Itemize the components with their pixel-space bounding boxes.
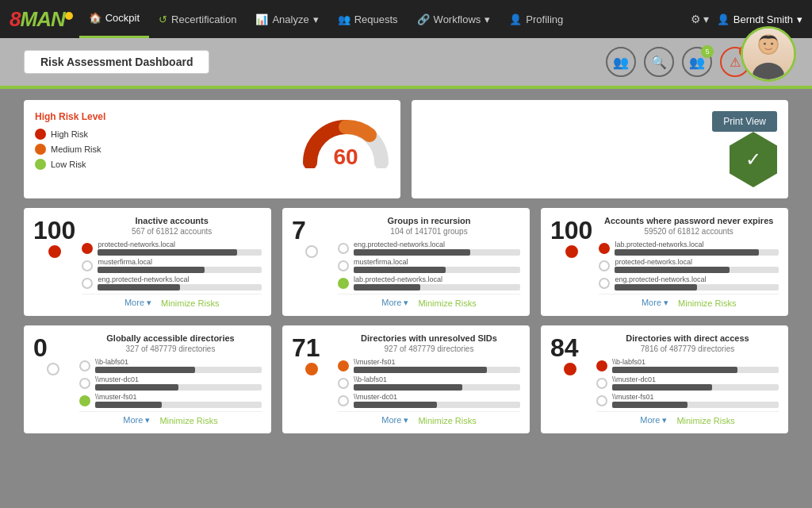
stat-row: \\muster-fs01 xyxy=(596,393,779,408)
stat-footer: More ▾ Minimize Risks xyxy=(599,294,779,308)
stat-details: Inactive accounts 567 of 61812 accounts … xyxy=(82,216,262,308)
stat-label: protected-networks.local xyxy=(615,258,779,266)
nav-profiling[interactable]: 👤 Profiling xyxy=(500,0,573,38)
search-icon: 🔍 xyxy=(651,55,667,70)
stat-bar-wrap xyxy=(615,284,779,291)
nav-requests[interactable]: 👥 Requests xyxy=(328,0,408,38)
svg-point-4 xyxy=(771,43,773,45)
stat-bar-wrap xyxy=(95,367,262,373)
stat-bar-wrap xyxy=(354,384,520,391)
stat-bar xyxy=(95,402,162,408)
minimize-link[interactable]: Minimize Risks xyxy=(418,298,476,308)
users-icon-btn[interactable]: 👥 xyxy=(606,47,636,77)
nav-cockpit[interactable]: 🏠 Cockpit xyxy=(79,0,149,38)
row-circle-2 xyxy=(82,278,93,289)
stat-row: eng.protected-networks.local xyxy=(82,275,262,291)
stat-details: Directories with direct access 7816 of 4… xyxy=(596,333,779,425)
minimize-link[interactable]: Minimize Risks xyxy=(676,416,734,425)
stat-bar xyxy=(95,367,195,373)
stat-circle-1 xyxy=(305,363,318,375)
nav-workflows[interactable]: 🔗 Workflows ▾ xyxy=(408,0,500,38)
stat-subtitle: 927 of 487779 directories xyxy=(338,344,520,353)
row-circle-2 xyxy=(338,278,349,289)
stat-bar-col: \\b-labfs01 xyxy=(612,358,779,373)
stat-details: Directories with unresolved SIDs 927 of … xyxy=(338,333,520,425)
stat-circle-1 xyxy=(47,363,59,375)
stat-bar-wrap xyxy=(98,284,262,291)
alert-icon: ⚠ xyxy=(730,55,741,70)
stat-bar xyxy=(615,284,696,291)
stat-row: lab.protected-networks.local xyxy=(599,241,779,256)
more-link[interactable]: More ▾ xyxy=(123,415,150,425)
stat-row: \\muster-dc01 xyxy=(596,375,779,391)
group-icon-btn[interactable]: 👥 5 xyxy=(682,47,712,77)
stat-bar-wrap xyxy=(98,267,262,273)
stat-row: musterfirma.local xyxy=(338,258,520,273)
stat-bar-col: \\muster-dc01 xyxy=(95,375,262,391)
stat-bar-wrap xyxy=(95,384,262,391)
stat-bar-wrap xyxy=(354,284,520,291)
stat-bar-col: \\muster-fs01 xyxy=(612,393,779,408)
stat-title: Groups in recursion xyxy=(338,216,520,225)
user-menu[interactable]: 👤 Berndt Smith ▾ xyxy=(717,13,802,25)
stat-label: \\b-labfs01 xyxy=(354,375,520,383)
stat-bar xyxy=(354,267,446,273)
more-link[interactable]: More ▾ xyxy=(642,298,668,308)
stat-bar-wrap xyxy=(615,249,779,256)
requests-icon: 👥 xyxy=(338,13,350,25)
minimize-link[interactable]: Minimize Risks xyxy=(161,298,219,308)
stat-label: eng.protected-networks.local xyxy=(354,241,520,248)
avatar-image xyxy=(743,26,794,82)
stat-bar xyxy=(98,249,237,256)
more-link[interactable]: More ▾ xyxy=(124,298,151,308)
print-view-button[interactable]: Print View xyxy=(712,111,777,132)
stat-bar xyxy=(95,384,178,391)
stat-details: Globally accessible directories 327 of 4… xyxy=(79,333,262,425)
recert-icon: ↺ xyxy=(159,13,167,25)
stat-label: \\muster-fs01 xyxy=(612,393,779,401)
stat-bar-col: protected-networks.local xyxy=(98,241,262,256)
stat-title: Accounts where password never expires xyxy=(599,216,779,225)
stat-bar xyxy=(354,367,487,373)
minimize-link[interactable]: Minimize Risks xyxy=(159,416,217,425)
stat-bar-wrap xyxy=(612,367,779,373)
stat-bar-col: \\muster-fs01 xyxy=(95,393,262,408)
stat-bar-col: \\muster-dc01 xyxy=(612,375,779,391)
stat-label: musterfirma.local xyxy=(98,258,262,266)
stat-row: eng.protected-networks.local xyxy=(599,275,779,291)
stat-row: \\muster-dc01 xyxy=(338,393,520,408)
high-risk-dot xyxy=(35,129,46,140)
stat-row: musterfirma.local xyxy=(82,258,262,273)
more-link[interactable]: More ▾ xyxy=(381,415,408,425)
more-link[interactable]: More ▾ xyxy=(640,415,667,425)
stat-number: 71 xyxy=(292,333,331,363)
more-link[interactable]: More ▾ xyxy=(381,298,408,308)
top-cards-row: High Risk Level High Risk Medium Risk Lo… xyxy=(24,100,788,198)
stat-footer: More ▾ Minimize Risks xyxy=(338,294,520,308)
search-icon-btn[interactable]: 🔍 xyxy=(644,47,674,77)
row-circle-2 xyxy=(599,278,610,289)
stat-circle-1 xyxy=(48,245,61,258)
minimize-link[interactable]: Minimize Risks xyxy=(418,416,476,425)
stat-subtitle: 7816 of 487779 directories xyxy=(596,344,779,353)
stat-label: eng.protected-networks.local xyxy=(98,275,262,283)
settings-button[interactable]: ⚙ ▾ xyxy=(691,13,709,25)
stat-bar-wrap xyxy=(615,267,779,273)
stat-footer: More ▾ Minimize Risks xyxy=(82,294,262,308)
legend-high: High Risk xyxy=(35,129,294,140)
stat-details: Accounts where password never expires 59… xyxy=(599,216,779,308)
row-circle-2 xyxy=(338,395,349,406)
row-circle-0 xyxy=(338,243,349,254)
stat-number-col: 0 xyxy=(33,333,73,425)
stat-bar xyxy=(612,384,712,391)
stat-bar xyxy=(354,249,470,256)
nav-recertification[interactable]: ↺ Recertification xyxy=(149,0,246,38)
stat-subtitle: 104 of 141701 groups xyxy=(338,227,520,236)
minimize-link[interactable]: Minimize Risks xyxy=(678,298,736,308)
stat-number: 100 xyxy=(550,216,592,245)
nav-analyze[interactable]: 📊 Analyze ▾ xyxy=(246,0,327,38)
stat-bar xyxy=(98,267,204,273)
stat-circle-1 xyxy=(305,245,318,258)
print-card: Print View ✓ xyxy=(412,100,788,198)
row-circle-1 xyxy=(338,260,349,271)
